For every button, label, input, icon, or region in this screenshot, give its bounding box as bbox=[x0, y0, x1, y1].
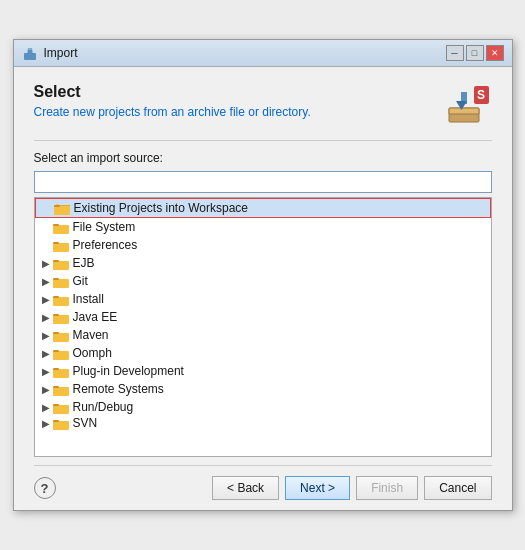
tree-item-remote-systems[interactable]: ▶ Remote Systems bbox=[35, 380, 491, 398]
label-maven: Maven bbox=[73, 328, 109, 342]
svg-rect-18 bbox=[53, 260, 59, 262]
title-bar-left: Import bbox=[22, 45, 78, 61]
svg-rect-22 bbox=[53, 296, 59, 298]
arrow-plugin-dev: ▶ bbox=[39, 364, 53, 378]
close-button[interactable]: ✕ bbox=[486, 45, 504, 61]
svg-rect-27 bbox=[53, 351, 69, 360]
folder-icon-oomph bbox=[53, 346, 69, 360]
folder-ejb-svg bbox=[53, 256, 69, 270]
title-bar: Import ─ □ ✕ bbox=[14, 40, 512, 67]
tree-item-svn[interactable]: ▶ SVN bbox=[35, 416, 491, 430]
label-git: Git bbox=[73, 274, 88, 288]
svg-rect-29 bbox=[53, 369, 69, 378]
svg-rect-14 bbox=[53, 224, 59, 226]
arrow-oomph: ▶ bbox=[39, 346, 53, 360]
folder-icon-preferences bbox=[53, 238, 69, 252]
minimize-button[interactable]: ─ bbox=[446, 45, 464, 61]
arrow-git: ▶ bbox=[39, 274, 53, 288]
label-plugin-dev: Plug-in Development bbox=[73, 364, 184, 378]
finish-button[interactable]: Finish bbox=[356, 476, 418, 500]
tree-container[interactable]: Existing Projects into Workspace File Sy… bbox=[34, 197, 492, 457]
svg-rect-19 bbox=[53, 279, 69, 288]
tree-item-java-ee[interactable]: ▶ Java EE bbox=[35, 308, 491, 326]
label-run-debug: Run/Debug bbox=[73, 400, 134, 414]
label-preferences: Preferences bbox=[73, 238, 138, 252]
label-existing-projects: Existing Projects into Workspace bbox=[74, 201, 249, 215]
header-subtitle: Create new projects from an archive file… bbox=[34, 105, 442, 119]
tree-item-run-debug[interactable]: ▶ Run/Debug bbox=[35, 398, 491, 416]
title-buttons: ─ □ ✕ bbox=[446, 45, 504, 61]
cancel-button[interactable]: Cancel bbox=[424, 476, 491, 500]
svg-rect-4 bbox=[449, 108, 479, 114]
tree-item-ejb[interactable]: ▶ EJB bbox=[35, 254, 491, 272]
svg-rect-36 bbox=[53, 420, 59, 422]
arrow-maven: ▶ bbox=[39, 328, 53, 342]
header-title: Select bbox=[34, 83, 442, 101]
tree-item-existing-projects[interactable]: Existing Projects into Workspace bbox=[35, 198, 491, 218]
import-wizard-icon: S bbox=[444, 86, 489, 126]
tree-item-preferences[interactable]: Preferences bbox=[35, 236, 491, 254]
svg-rect-24 bbox=[53, 314, 59, 316]
folder-icon-maven bbox=[53, 328, 69, 342]
source-label: Select an import source: bbox=[34, 151, 492, 165]
folder-svn-svg bbox=[53, 416, 69, 430]
folder-icon-git bbox=[53, 274, 69, 288]
folder-plugin-svg bbox=[53, 364, 69, 378]
svg-rect-12 bbox=[54, 205, 60, 207]
folder-icon-file-system bbox=[53, 220, 69, 234]
window-icon bbox=[22, 45, 38, 61]
svg-rect-32 bbox=[53, 386, 59, 388]
svg-rect-16 bbox=[53, 242, 59, 244]
svg-rect-13 bbox=[53, 225, 69, 234]
tree-item-install[interactable]: ▶ Install bbox=[35, 290, 491, 308]
window-title: Import bbox=[44, 46, 78, 60]
dialog-content: Select Create new projects from an archi… bbox=[14, 67, 512, 510]
svg-rect-26 bbox=[53, 332, 59, 334]
folder-icon-install bbox=[53, 292, 69, 306]
folder-icon-remote-systems bbox=[53, 382, 69, 396]
folder-svg3 bbox=[53, 238, 69, 252]
label-oomph: Oomph bbox=[73, 346, 112, 360]
label-file-system: File System bbox=[73, 220, 136, 234]
folder-oomph-svg bbox=[53, 346, 69, 360]
label-svn: SVN bbox=[73, 416, 98, 430]
header-icon-area: S bbox=[442, 83, 492, 128]
tree-item-oomph[interactable]: ▶ Oomph bbox=[35, 344, 491, 362]
tree-item-maven[interactable]: ▶ Maven bbox=[35, 326, 491, 344]
folder-git-svg bbox=[53, 274, 69, 288]
label-remote-systems: Remote Systems bbox=[73, 382, 164, 396]
maximize-button[interactable]: □ bbox=[466, 45, 484, 61]
label-ejb: EJB bbox=[73, 256, 95, 270]
back-button[interactable]: < Back bbox=[212, 476, 279, 500]
folder-java-ee-svg bbox=[53, 310, 69, 324]
arrow-run-debug: ▶ bbox=[39, 400, 53, 414]
tree-item-file-system[interactable]: File System bbox=[35, 218, 491, 236]
folder-run-svg bbox=[53, 400, 69, 414]
tree-item-git[interactable]: ▶ Git bbox=[35, 272, 491, 290]
label-install: Install bbox=[73, 292, 104, 306]
next-button[interactable]: Next > bbox=[285, 476, 350, 500]
folder-svg2 bbox=[53, 220, 69, 234]
folder-icon-ejb bbox=[53, 256, 69, 270]
svg-rect-35 bbox=[53, 421, 69, 430]
svg-rect-21 bbox=[53, 297, 69, 306]
arrow-java-ee: ▶ bbox=[39, 310, 53, 324]
folder-maven-svg bbox=[53, 328, 69, 342]
search-input[interactable] bbox=[34, 171, 492, 193]
svg-rect-31 bbox=[53, 387, 69, 396]
svg-rect-28 bbox=[53, 350, 59, 352]
arrow-install: ▶ bbox=[39, 292, 53, 306]
import-dialog: Import ─ □ ✕ Select Create new projects … bbox=[13, 39, 513, 511]
svg-rect-25 bbox=[53, 333, 69, 342]
svg-rect-0 bbox=[24, 53, 36, 60]
folder-icon-existing bbox=[54, 201, 70, 215]
folder-svg bbox=[54, 201, 70, 215]
folder-icon-java-ee bbox=[53, 310, 69, 324]
help-button[interactable]: ? bbox=[34, 477, 56, 499]
svg-rect-33 bbox=[53, 405, 69, 414]
footer-buttons: < Back Next > Finish Cancel bbox=[212, 476, 491, 500]
header-divider bbox=[34, 140, 492, 141]
header-text: Select Create new projects from an archi… bbox=[34, 83, 442, 119]
arrow-ejb: ▶ bbox=[39, 256, 53, 270]
tree-item-plugin-dev[interactable]: ▶ Plug-in Development bbox=[35, 362, 491, 380]
